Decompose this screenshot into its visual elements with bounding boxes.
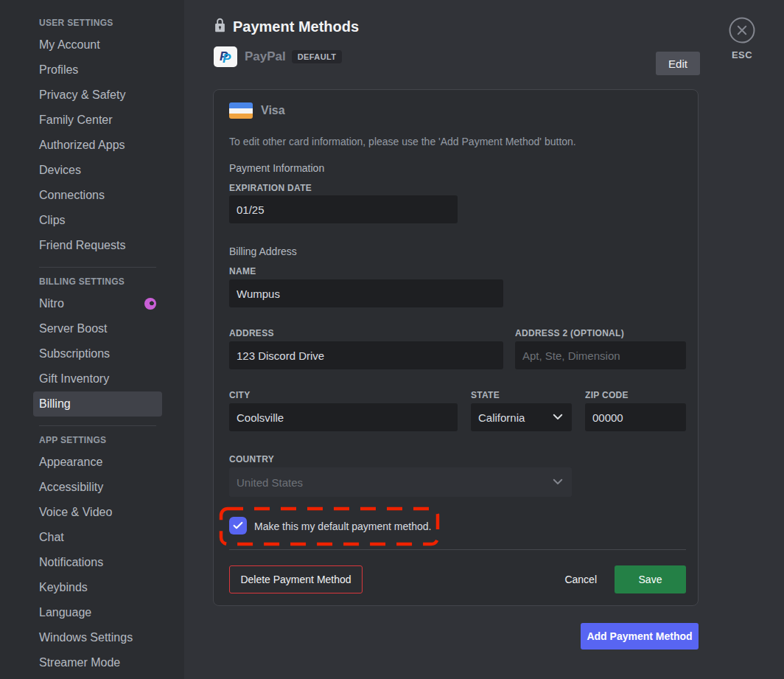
address2-input[interactable]	[515, 341, 686, 369]
address2-label: ADDRESS 2 (OPTIONAL)	[515, 328, 624, 338]
sidebar-item-label: Notifications	[39, 556, 103, 569]
name-input[interactable]	[229, 279, 503, 307]
sidebar-item-label: Authorized Apps	[39, 139, 125, 152]
close-icon[interactable]	[729, 33, 755, 46]
nitro-icon	[144, 298, 156, 310]
sidebar-item-label: Nitro	[39, 297, 64, 310]
sidebar-item-label: Voice & Video	[39, 506, 112, 519]
card-brand-label: Visa	[261, 104, 285, 117]
sidebar-item-streamer-mode[interactable]: Streamer Mode	[33, 650, 162, 675]
sidebar-item-privacy-safety[interactable]: Privacy & Safety	[33, 83, 162, 108]
sidebar-item-server-boost[interactable]: Server Boost	[33, 316, 162, 341]
state-select-value: California	[478, 411, 525, 424]
sidebar-item-label: My Account	[39, 38, 100, 52]
state-select[interactable]: California	[471, 403, 572, 431]
save-button[interactable]: Save	[615, 565, 686, 593]
chevron-down-icon	[551, 475, 564, 490]
address-label: ADDRESS	[229, 328, 274, 338]
sidebar-item-label: Windows Settings	[39, 631, 133, 644]
sidebar-item-label: Privacy & Safety	[39, 88, 125, 102]
sidebar-item-keybinds[interactable]: Keybinds	[33, 575, 162, 600]
sidebar-item-friend-requests[interactable]: Friend Requests	[33, 233, 162, 258]
sidebar-item-subscriptions[interactable]: Subscriptions	[33, 341, 162, 366]
card-edit-panel: Visa To edit other card information, ple…	[213, 89, 699, 606]
sidebar-item-label: Appearance	[39, 456, 102, 469]
cancel-button[interactable]: Cancel	[553, 574, 609, 585]
sidebar-item-label: Language	[39, 606, 91, 619]
sidebar-item-authorized-apps[interactable]: Authorized Apps	[33, 133, 162, 158]
sidebar-item-family-center[interactable]: Family Center	[33, 108, 162, 133]
city-label: CITY	[229, 390, 251, 400]
edit-button[interactable]: Edit	[656, 52, 700, 75]
visa-card-icon	[229, 102, 253, 119]
country-label: COUNTRY	[229, 454, 274, 464]
zip-code-input[interactable]	[585, 403, 686, 431]
sidebar-divider	[39, 267, 156, 268]
zip-code-label: ZIP CODE	[585, 390, 629, 400]
sidebar-divider	[39, 425, 156, 426]
address-input[interactable]	[229, 341, 503, 369]
sidebar-item-label: Profiles	[39, 63, 78, 77]
sidebar-item-voice-video[interactable]: Voice & Video	[33, 500, 162, 525]
sidebar-item-chat[interactable]: Chat	[33, 525, 162, 550]
card-note: To edit other card information, please u…	[229, 136, 576, 147]
sidebar-item-accessibility[interactable]: Accessibility	[33, 475, 162, 500]
sidebar-item-label: Connections	[39, 189, 105, 202]
paypal-label: PayPal	[245, 49, 286, 64]
state-label: STATE	[471, 390, 500, 400]
sidebar-item-clips[interactable]: Clips	[33, 208, 162, 233]
sidebar-item-label: Billing	[39, 397, 71, 411]
sidebar-item-windows-settings[interactable]: Windows Settings	[33, 625, 162, 650]
sidebar-section-header: BILLING SETTINGS	[33, 276, 162, 287]
expiration-date-input[interactable]	[229, 195, 458, 223]
add-payment-method-button[interactable]: Add Payment Method	[581, 623, 699, 650]
delete-payment-method-button[interactable]: Delete Payment Method	[229, 565, 363, 593]
settings-sidebar: USER SETTINGSMy AccountProfilesPrivacy &…	[0, 0, 184, 679]
sidebar-item-notifications[interactable]: Notifications	[33, 550, 162, 575]
sidebar-item-label: Chat	[39, 531, 64, 544]
paypal-payment-row: PP PayPal DEFAULT	[214, 46, 342, 67]
sidebar-item-profiles[interactable]: Profiles	[33, 58, 162, 83]
payment-information-heading: Payment Information	[229, 162, 324, 174]
visa-row: Visa	[229, 102, 285, 119]
paypal-icon: PP	[214, 46, 237, 67]
sidebar-item-appearance[interactable]: Appearance	[33, 450, 162, 475]
sidebar-nav: USER SETTINGSMy AccountProfilesPrivacy &…	[0, 0, 173, 675]
sidebar-item-devices[interactable]: Devices	[33, 158, 162, 183]
close-area: ESC	[729, 17, 755, 60]
name-label: NAME	[229, 266, 256, 276]
default-payment-checkbox[interactable]	[229, 517, 247, 535]
sidebar-item-connections[interactable]: Connections	[33, 183, 162, 208]
checkmark-icon	[232, 520, 244, 532]
default-badge: DEFAULT	[292, 50, 343, 63]
sidebar-item-label: Keybinds	[39, 581, 88, 594]
chevron-down-icon	[551, 410, 564, 425]
billing-address-heading: Billing Address	[229, 246, 297, 257]
billing-settings-page: USER SETTINGSMy AccountProfilesPrivacy &…	[0, 0, 784, 679]
page-header: Payment Methods	[214, 18, 359, 35]
country-select[interactable]: United States	[229, 467, 572, 497]
sidebar-item-label: Server Boost	[39, 322, 107, 335]
sidebar-item-label: Gift Inventory	[39, 372, 109, 386]
card-footer: Delete Payment Method Cancel Save	[229, 565, 686, 593]
sidebar-item-label: Friend Requests	[39, 239, 125, 252]
default-payment-checkbox-label: Make this my default payment method.	[254, 520, 431, 532]
card-divider	[229, 549, 686, 550]
city-input[interactable]	[229, 403, 458, 431]
country-select-value: United States	[237, 476, 303, 489]
sidebar-item-label: Family Center	[39, 114, 113, 127]
sidebar-item-gift-inventory[interactable]: Gift Inventory	[33, 366, 162, 391]
sidebar-item-label: Streamer Mode	[39, 656, 120, 669]
sidebar-item-label: Accessibility	[39, 481, 103, 494]
sidebar-section-header: USER SETTINGS	[33, 18, 162, 28]
sidebar-item-language[interactable]: Language	[33, 600, 162, 625]
sidebar-item-label: Devices	[39, 164, 81, 177]
sidebar-item-label: Subscriptions	[39, 347, 110, 361]
sidebar-item-billing[interactable]: Billing	[33, 391, 162, 417]
lock-icon	[214, 18, 226, 35]
sidebar-item-my-account[interactable]: My Account	[33, 32, 162, 58]
page-title: Payment Methods	[233, 18, 359, 35]
sidebar-item-label: Clips	[39, 214, 66, 227]
sidebar-item-nitro[interactable]: Nitro	[33, 291, 162, 316]
sidebar-section-header: APP SETTINGS	[33, 435, 162, 445]
